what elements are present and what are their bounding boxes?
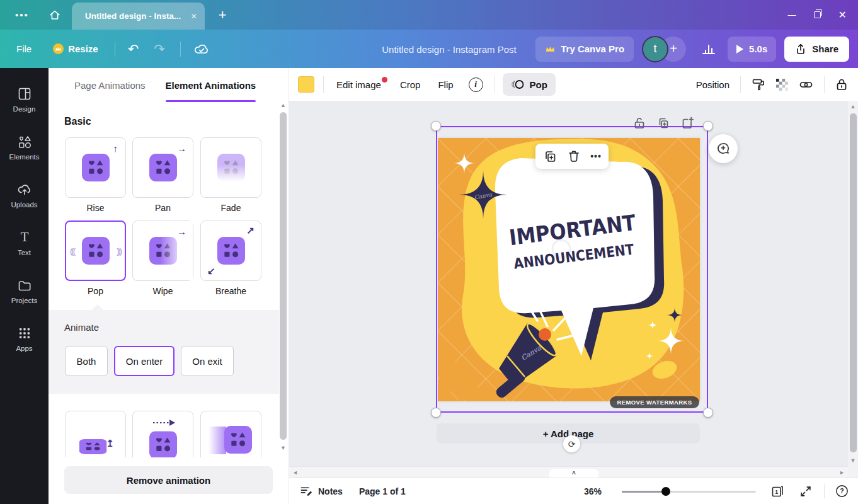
selection-handle-bottom-left[interactable] [431, 408, 441, 418]
selected-card-caret [92, 304, 103, 310]
sidebar-item-uploads[interactable]: Uploads [0, 171, 49, 219]
sidebar-item-apps[interactable]: Apps [0, 315, 49, 363]
uploads-cloud-icon [17, 182, 32, 197]
avatar[interactable]: t [642, 36, 668, 62]
animation-card-fade[interactable] [200, 137, 261, 198]
animation-label: Pop [65, 286, 126, 296]
position-button[interactable]: Position [696, 79, 729, 90]
selection-handle-bottom-right[interactable] [703, 408, 713, 418]
copy-style-roller-icon[interactable] [752, 77, 765, 91]
duplicate-icon[interactable] [542, 149, 558, 164]
selection-handle-top-left[interactable] [431, 121, 441, 131]
file-menu[interactable]: File [16, 43, 31, 54]
panel-scroll-up-icon[interactable]: ▲ [280, 102, 286, 108]
document-title[interactable]: Untitled design - Instagram Post [382, 43, 516, 54]
fullscreen-icon[interactable] [799, 484, 813, 498]
pages-view-button[interactable]: 1 [770, 484, 785, 499]
panel-scrollbar-thumb[interactable] [280, 112, 287, 440]
zoom-slider-thumb[interactable] [661, 487, 670, 496]
panel-scroll-down-icon[interactable]: ▼ [280, 445, 286, 451]
tab-close-icon[interactable]: ✕ [191, 12, 197, 21]
help-glyph: ? [840, 487, 844, 495]
vertical-scrollbar-thumb[interactable] [850, 113, 857, 452]
sidebar-item-elements[interactable]: Elements [0, 123, 49, 171]
document-tab[interactable]: Untitled design - Insta... ✕ [72, 3, 205, 30]
link-icon[interactable] [799, 77, 813, 92]
remove-watermarks-button[interactable]: REMOVE WATERMARKS [610, 396, 699, 408]
animate-option-on-enter[interactable]: On enter [114, 346, 174, 376]
animation-style-button[interactable]: Pop [503, 73, 556, 96]
pop-animation-icon [511, 77, 525, 91]
info-icon[interactable]: i [469, 77, 483, 92]
selection-actions [632, 116, 694, 130]
try-pro-label: Try Canva Pro [561, 43, 624, 54]
notes-label: Notes [318, 486, 343, 496]
close-button[interactable]: ✕ [838, 9, 847, 21]
transparency-icon[interactable] [776, 79, 788, 91]
rotate-handle[interactable]: ⟳ [563, 435, 580, 452]
tab-element-animations[interactable]: Element Animations [166, 68, 256, 102]
scroll-left-icon[interactable]: ◄ [292, 469, 298, 476]
app-menu-icon[interactable]: ••• [15, 9, 29, 20]
animate-option-on-exit[interactable]: On exit [181, 346, 234, 376]
unlock-icon[interactable] [632, 116, 646, 130]
animation-card-pop-selected[interactable]: ((( ))) [65, 220, 126, 281]
undo-icon[interactable]: ↶ [128, 42, 139, 57]
scroll-down-icon[interactable]: ▼ [850, 457, 856, 464]
design-canvas[interactable]: IMPORTANT ANNOUNCEMENT Canva [438, 138, 700, 401]
notes-button[interactable]: Notes [299, 484, 343, 498]
zoom-level-label[interactable]: 36% [584, 486, 602, 496]
home-icon[interactable] [48, 8, 62, 22]
sidebar-item-text[interactable]: T Text [0, 219, 49, 267]
scroll-right-icon[interactable]: ► [839, 469, 845, 476]
animation-card-breathe[interactable]: ↗ ↙ [200, 220, 261, 281]
notes-icon [299, 484, 312, 498]
divider [115, 42, 115, 57]
avatar-group: + t [642, 36, 690, 62]
arrow-right-icon: → [177, 143, 186, 154]
try-canva-pro-button[interactable]: Try Canva Pro [535, 37, 634, 62]
resize-button[interactable]: Resize [53, 43, 98, 54]
divider [323, 76, 324, 93]
scroll-up-icon[interactable]: ▲ [850, 103, 856, 110]
titlebar: ••• Untitled design - Insta... ✕ + — ✕ [0, 0, 858, 30]
minimize-button[interactable]: — [788, 10, 796, 20]
color-swatch[interactable] [298, 76, 314, 93]
animation-card-wipe[interactable]: → [132, 220, 193, 281]
editor-main: Edit image Crop Flip i Pop Position [289, 68, 858, 504]
remove-animation-button[interactable]: Remove animation [64, 466, 273, 494]
more-options-icon[interactable]: ••• [590, 151, 602, 161]
show-pages-tab[interactable]: ^ [549, 469, 598, 478]
add-comment-button[interactable] [709, 134, 738, 163]
delete-trash-icon[interactable] [566, 149, 581, 164]
new-tab-button[interactable]: + [219, 7, 227, 23]
flip-button[interactable]: Flip [438, 79, 453, 90]
crop-button[interactable]: Crop [400, 79, 421, 90]
shapes-badge-icon [149, 431, 177, 459]
share-button[interactable]: Share [784, 37, 849, 62]
sidebar-item-design[interactable]: Design [0, 76, 49, 123]
edit-image-button[interactable]: Edit image [336, 79, 381, 90]
add-page-icon[interactable] [680, 116, 694, 130]
help-button[interactable]: ? [835, 484, 849, 498]
shapes-badge-icon-faded [217, 154, 245, 181]
restore-button[interactable] [814, 11, 821, 18]
sidebar-item-projects[interactable]: Projects [0, 267, 49, 315]
animation-label: Fade [200, 203, 261, 213]
zoom-slider[interactable] [622, 487, 756, 496]
animation-card-pan[interactable]: → [132, 137, 193, 198]
redo-icon[interactable]: ↷ [154, 42, 165, 57]
insights-chart-icon[interactable] [698, 38, 719, 60]
vertical-scrollbar[interactable]: ▲ ▼ [848, 101, 858, 478]
arrow-right-icon: → [177, 226, 186, 237]
animations-panel: Page Animations Element Animations Basic… [49, 68, 289, 504]
play-duration-button[interactable]: 5.0s [728, 37, 776, 62]
toolbar-right: Position [696, 76, 848, 93]
tab-page-animations[interactable]: Page Animations [74, 68, 146, 102]
animate-option-both[interactable]: Both [65, 346, 108, 376]
lock-icon[interactable] [835, 77, 848, 91]
animation-card-rise[interactable]: ↑ [65, 137, 126, 198]
selection-handle-top-right[interactable] [703, 121, 713, 131]
duplicate-icon[interactable] [656, 116, 670, 130]
animation-label: Breathe [200, 286, 261, 296]
